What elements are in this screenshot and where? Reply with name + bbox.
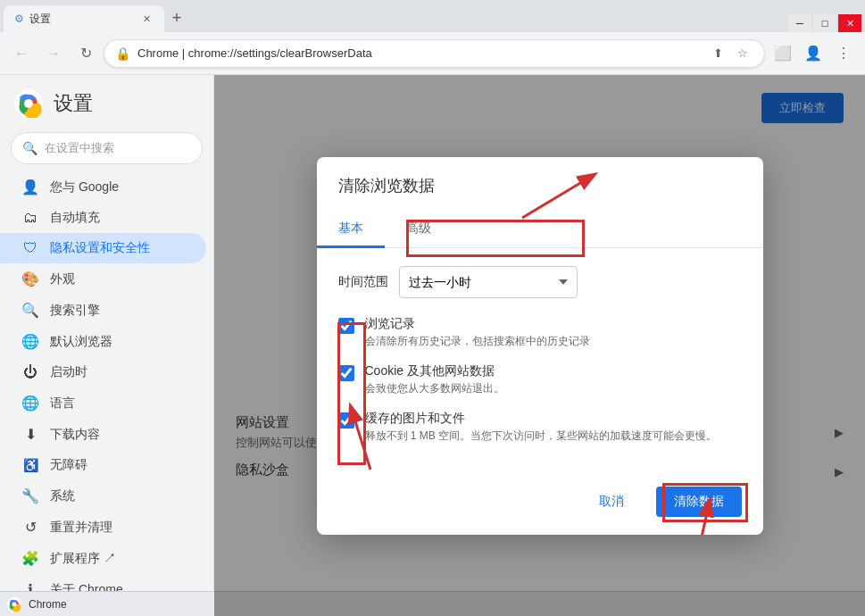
chrome-logo-icon: [14, 89, 43, 118]
search-icon: 🔍: [22, 141, 37, 155]
extensions-button[interactable]: ⬜: [769, 39, 797, 68]
history-text: 浏览记录 会清除所有历史记录，包括搜索框中的历史记录: [365, 316, 742, 349]
taskbar-chrome-icon: [7, 597, 21, 612]
share-icon[interactable]: ⬆: [707, 43, 728, 64]
clear-browser-data-dialog: 清除浏览数据 基本 高级 时间范围: [317, 157, 763, 535]
cookies-text: Cookie 及其他网站数据 会致使您从大多数网站退出。: [365, 363, 742, 396]
refresh-button[interactable]: ↻: [71, 39, 100, 68]
browser-content: 设置 🔍 在设置中搜索 👤 您与 Google 🗂 自动填充 🛡 隐私设置和安全…: [0, 75, 865, 616]
search-placeholder: 在设置中搜索: [45, 140, 114, 156]
browser-actions: ⬜ 👤 ⋮: [769, 39, 858, 68]
sidebar-item-label: 启动时: [50, 364, 87, 380]
nav-bar: ← → ↻ 🔒 Chrome | chrome://settings/clear…: [0, 32, 865, 75]
tab-close-button[interactable]: ✕: [139, 12, 154, 26]
history-item: 浏览记录 会清除所有历史记录，包括搜索框中的历史记录: [338, 316, 742, 349]
history-checkbox-wrapper: [338, 318, 354, 349]
sidebar-item-label: 隐私设置和安全性: [50, 240, 150, 256]
sidebar-item-extensions[interactable]: 🧩 扩展程序 ↗: [0, 543, 206, 574]
address-bar[interactable]: 🔒 Chrome | chrome://settings/clearBrowse…: [104, 39, 765, 68]
sidebar-item-label: 您与 Google: [50, 179, 119, 196]
active-tab[interactable]: ⚙ 设置 ✕: [4, 5, 164, 32]
cache-checkbox-wrapper: [338, 412, 354, 444]
sidebar-item-google[interactable]: 👤 您与 Google: [0, 171, 206, 203]
autofill-icon: 🗂: [21, 210, 39, 226]
address-text: Chrome | chrome://settings/clearBrowserD…: [137, 46, 700, 60]
sidebar-header: 设置: [0, 75, 213, 132]
settings-title: 设置: [54, 90, 93, 117]
dialog-body: 时间范围 过去一小时 过去24小时 过去7天 过去4周 全部时间: [317, 248, 763, 476]
cache-text: 缓存的图片和文件 释放不到 1 MB 空间。当您下次访问时，某些网站的加载速度可…: [365, 411, 742, 444]
sidebar-item-privacy[interactable]: 🛡 隐私设置和安全性: [0, 233, 206, 263]
tab-basic[interactable]: 基本: [317, 212, 385, 248]
sidebar-item-downloads[interactable]: ⬇ 下载内容: [0, 419, 206, 450]
title-bar: ⚙ 设置 ✕ + ─ □ ✕: [0, 0, 865, 32]
new-tab-button[interactable]: +: [164, 5, 189, 30]
close-icon: ✕: [846, 18, 854, 29]
startup-icon: ⏻: [21, 364, 39, 380]
time-range-label: 时间范围: [338, 274, 388, 290]
browser-frame: ⚙ 设置 ✕ + ─ □ ✕ ← → ↻ 🔒 Chrome |: [0, 0, 865, 616]
extensions-icon: 🧩: [21, 550, 39, 567]
appearance-icon: 🎨: [21, 271, 39, 287]
new-tab-icon: +: [172, 9, 182, 28]
dialog-footer: 取消 清除数据: [317, 476, 763, 535]
cookies-checkbox-wrapper: [338, 365, 354, 396]
dialog-title: 清除浏览数据: [317, 157, 763, 196]
sidebar-item-label: 外观: [50, 271, 75, 287]
forward-button[interactable]: →: [39, 39, 68, 68]
cancel-button[interactable]: 取消: [578, 487, 645, 517]
secure-icon: 🔒: [115, 46, 130, 61]
cookies-checkbox[interactable]: [338, 365, 354, 381]
time-range-select[interactable]: 过去一小时 过去24小时 过去7天 过去4周 全部时间: [399, 266, 578, 298]
back-button[interactable]: ←: [7, 39, 36, 68]
cookies-item: Cookie 及其他网站数据 会致使您从大多数网站退出。: [338, 363, 742, 396]
history-desc: 会清除所有历史记录，包括搜索框中的历史记录: [365, 334, 742, 349]
address-actions: ⬆ ☆: [707, 43, 753, 64]
cache-desc: 释放不到 1 MB 空间。当您下次访问时，某些网站的加载速度可能会更慢。: [365, 429, 742, 444]
default-browser-icon: 🌐: [21, 333, 39, 350]
menu-button[interactable]: ⋮: [829, 39, 858, 68]
sidebar-item-language[interactable]: 🌐 语言: [0, 387, 206, 419]
tab-title: 设置: [29, 12, 134, 27]
profile-button[interactable]: 👤: [799, 39, 828, 68]
search-engine-icon: 🔍: [21, 302, 39, 319]
system-icon: 🔧: [21, 487, 39, 504]
sidebar-item-label: 默认浏览器: [50, 334, 112, 350]
sidebar-item-search[interactable]: 🔍 搜索引擎: [0, 295, 206, 326]
maximize-button[interactable]: □: [813, 14, 836, 32]
sidebar-item-autofill[interactable]: 🗂 自动填充: [0, 203, 206, 233]
sidebar: 设置 🔍 在设置中搜索 👤 您与 Google 🗂 自动填充 🛡 隐私设置和安全…: [0, 75, 214, 616]
sidebar-item-label: 自动填充: [50, 210, 100, 226]
sidebar-item-appearance[interactable]: 🎨 外观: [0, 263, 206, 295]
sidebar-item-label: 扩展程序 ↗: [50, 551, 116, 567]
minimize-button[interactable]: ─: [788, 14, 811, 32]
clear-data-button[interactable]: 清除数据: [656, 487, 742, 517]
history-title: 浏览记录: [365, 316, 742, 332]
svg-point-2: [24, 99, 33, 108]
google-icon: 👤: [21, 179, 39, 196]
tab-bar: ⚙ 设置 ✕ +: [0, 0, 785, 32]
sidebar-item-label: 搜索引擎: [50, 303, 100, 319]
sidebar-item-a11y[interactable]: ♿ 无障碍: [0, 450, 206, 480]
modal-overlay: 清除浏览数据 基本 高级 时间范围: [214, 75, 865, 616]
time-range-row: 时间范围 过去一小时 过去24小时 过去7天 过去4周 全部时间: [338, 266, 742, 298]
tab-advanced[interactable]: 高级: [385, 212, 453, 248]
sidebar-item-startup[interactable]: ⏻ 启动时: [0, 357, 206, 387]
dialog-tabs: 基本 高级: [317, 211, 763, 248]
privacy-icon: 🛡: [21, 240, 39, 256]
settings-search[interactable]: 🔍 在设置中搜索: [11, 132, 203, 164]
tab-settings-icon: ⚙: [14, 12, 24, 25]
cache-title: 缓存的图片和文件: [365, 411, 742, 427]
history-checkbox[interactable]: [338, 318, 354, 334]
sidebar-item-system[interactable]: 🔧 系统: [0, 480, 206, 512]
bookmark-icon[interactable]: ☆: [732, 43, 753, 64]
taskbar-label: Chrome: [29, 598, 67, 611]
sidebar-item-label: 语言: [50, 395, 75, 412]
main-area: 立即检查 网站设置 控制网站可以使用和显示什么信息（如位置信息、摄像头、弹出式窗…: [214, 75, 865, 616]
close-button[interactable]: ✕: [838, 14, 861, 32]
sidebar-item-default-browser[interactable]: 🌐 默认浏览器: [0, 326, 206, 357]
maximize-icon: □: [822, 18, 828, 29]
sidebar-item-reset[interactable]: ↺ 重置并清理: [0, 512, 206, 543]
cache-checkbox[interactable]: [338, 412, 354, 429]
cookies-desc: 会致使您从大多数网站退出。: [365, 381, 742, 396]
